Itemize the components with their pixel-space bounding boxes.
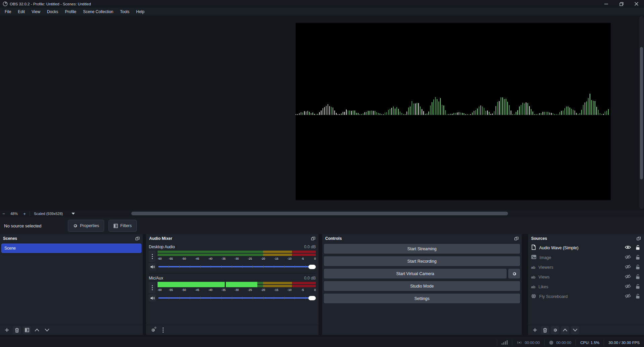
gear-icon	[512, 271, 517, 276]
properties-button[interactable]: Properties	[68, 220, 104, 232]
audio-mixer-dock-title: Audio Mixer	[149, 236, 172, 241]
channel-menu-button[interactable]	[149, 251, 156, 262]
menu-tools[interactable]: Tools	[117, 8, 133, 15]
volume-slider[interactable]	[158, 264, 316, 269]
preview-vertical-scrollbar[interactable]	[639, 16, 644, 209]
move-scene-down-button[interactable]	[43, 326, 51, 334]
meter-tick-label: -50	[182, 257, 186, 260]
gear-icon	[73, 223, 78, 228]
zoom-out-button[interactable]: −	[0, 211, 7, 216]
start-virtual-camera-button[interactable]: Start Virtual Camera	[324, 269, 507, 278]
add-scene-button[interactable]	[3, 326, 11, 334]
source-row-image[interactable]: Image	[528, 253, 644, 262]
source-label: Image	[540, 255, 621, 260]
sources-list: Audio Wave (Simple)ImageabViewersabViews…	[528, 243, 644, 325]
program-canvas[interactable]	[296, 23, 611, 200]
move-scene-up-button[interactable]	[33, 326, 41, 334]
popout-icon[interactable]	[514, 236, 519, 241]
source-toolbar: No source selected Properties Filters	[0, 217, 644, 234]
no-source-selected-label: No source selected	[4, 223, 68, 228]
add-source-button[interactable]	[531, 326, 539, 334]
close-button[interactable]	[629, 0, 644, 8]
source-row-views[interactable]: abViews	[528, 272, 644, 282]
source-row-audio-wave-simple[interactable]: Audio Wave (Simple)	[528, 243, 644, 253]
source-row-likes[interactable]: abLikes	[528, 282, 644, 292]
meter-tick-label: -10	[287, 257, 291, 260]
broadcast-icon	[517, 340, 522, 345]
meter-tick-label: -20	[261, 257, 265, 260]
mixer-menu-button[interactable]	[159, 326, 167, 334]
controls-dock: Controls Start Streaming Start Recording…	[322, 234, 522, 335]
source-row-viewers[interactable]: abViewers	[528, 262, 644, 272]
signal-bars-icon	[502, 340, 508, 345]
start-streaming-button[interactable]: Start Streaming	[324, 244, 520, 254]
sources-dock-title: Sources	[531, 236, 547, 241]
speaker-icon	[150, 265, 155, 269]
studio-mode-button[interactable]: Studio Mode	[324, 281, 520, 291]
volume-slider[interactable]	[158, 296, 316, 300]
filters-button[interactable]: Filters	[109, 220, 137, 232]
menu-profile[interactable]: Profile	[61, 8, 80, 15]
virtual-camera-settings-button[interactable]	[508, 269, 520, 278]
popout-icon[interactable]	[311, 236, 315, 241]
gear-icon	[151, 328, 155, 332]
scale-dropdown[interactable]: Scaled (939x528)	[31, 212, 78, 216]
scenes-dock: Scenes Scene	[0, 234, 143, 335]
unlock-icon[interactable]	[634, 264, 641, 270]
source-properties-button[interactable]	[551, 326, 559, 334]
mute-button[interactable]	[149, 294, 156, 302]
scene-filters-button[interactable]	[23, 326, 31, 334]
move-source-down-button[interactable]	[571, 326, 579, 334]
scene-list-item[interactable]: Scene	[1, 244, 141, 253]
menu-docks[interactable]: Docks	[44, 8, 61, 15]
audio-waveform-visual	[296, 23, 611, 200]
eye-slash-icon[interactable]	[625, 294, 631, 299]
eye-slash-icon[interactable]	[625, 274, 631, 280]
meter-tick-label: -30	[234, 257, 239, 260]
advanced-audio-properties-button[interactable]	[149, 326, 157, 334]
menu-view[interactable]: View	[28, 8, 44, 15]
text-icon: ab	[531, 275, 535, 279]
meter-tick-label: -55	[169, 288, 173, 292]
file-icon	[531, 245, 536, 251]
remove-source-button[interactable]	[541, 326, 549, 334]
eye-slash-icon[interactable]	[625, 264, 631, 270]
menu-help[interactable]: Help	[133, 8, 148, 15]
popout-icon[interactable]	[637, 236, 641, 241]
unlock-icon[interactable]	[634, 284, 641, 290]
zoom-in-button[interactable]: +	[21, 211, 28, 216]
minimize-button[interactable]	[599, 0, 614, 8]
record-time: 00:00:00	[556, 341, 571, 345]
meter-tick-label: -20	[261, 288, 265, 292]
horizontal-scrollbar-thumb[interactable]	[131, 212, 508, 215]
preview-zoom-bar: − 48% + Scaled (939x528)	[0, 210, 644, 217]
meter-tick-label: -45	[195, 288, 199, 292]
remove-scene-button[interactable]	[13, 326, 21, 334]
eye-slash-icon[interactable]	[625, 255, 631, 260]
menu-file[interactable]: File	[1, 8, 14, 15]
unlock-icon[interactable]	[634, 274, 641, 280]
volume-slider-handle[interactable]	[308, 265, 316, 269]
restore-button[interactable]	[614, 0, 629, 8]
settings-button[interactable]: Settings	[324, 294, 520, 303]
window-title: OBS 32.0.2 - Profile: Untitled - Scenes:…	[10, 2, 91, 6]
unlock-icon[interactable]	[634, 255, 641, 261]
mute-button[interactable]	[149, 263, 156, 270]
menu-scene-collection[interactable]: Scene Collection	[80, 8, 117, 15]
source-row-fly-scoreboard[interactable]: Fly Scoreboard	[528, 292, 644, 301]
preview-viewport	[0, 15, 644, 210]
unlock-icon[interactable]	[634, 294, 641, 300]
eye-slash-icon[interactable]	[625, 284, 631, 290]
popout-icon[interactable]	[135, 236, 140, 241]
vertical-scrollbar-thumb[interactable]	[640, 47, 643, 179]
meter-scale: -60-55-50-45-40-35-30-25-20-15-10-50	[158, 288, 316, 292]
volume-slider-handle[interactable]	[308, 296, 316, 300]
channel-menu-button[interactable]	[149, 282, 156, 293]
eye-icon[interactable]	[625, 245, 631, 250]
menu-edit[interactable]: Edit	[14, 8, 28, 15]
start-recording-button[interactable]: Start Recording	[324, 256, 520, 266]
unlock-icon[interactable]	[634, 245, 641, 251]
mixer-channel-mic-aux: Mic/Aux 0.0 dB -60-55-50-45-40-35-30-25-…	[146, 274, 318, 302]
filters-button-label: Filters	[120, 223, 132, 228]
move-source-up-button[interactable]	[561, 326, 569, 334]
